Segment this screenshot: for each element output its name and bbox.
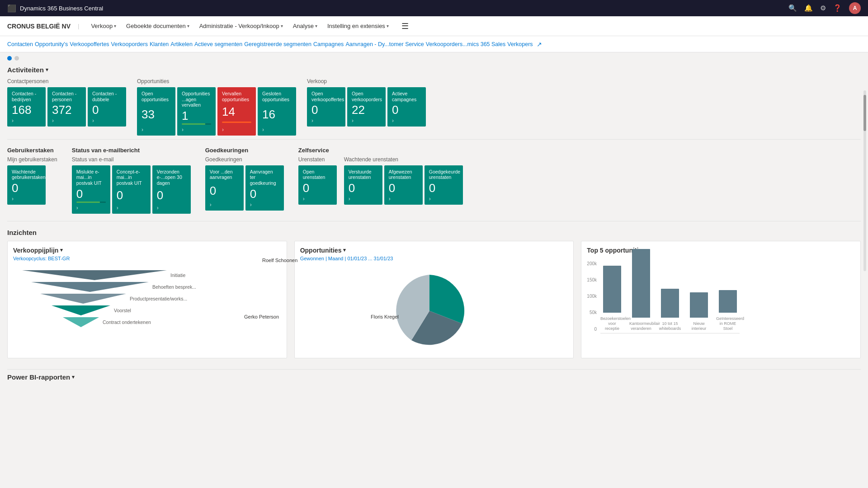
nav-item-instelling[interactable]: Instelling en extensies ▾	[323, 21, 393, 31]
top5-title: Top 5 opportunities	[587, 247, 855, 254]
pie-chart	[389, 270, 470, 352]
topbar-left: ⬛ Dynamics 365 Business Central	[7, 4, 103, 13]
bar-label-3: 10 tot 15 whiteboards	[658, 321, 682, 331]
task-group-title-zelfservice: Zelfservice	[298, 147, 463, 154]
group-label-email: Status van e-mail	[72, 156, 191, 163]
bar-col-4: Nieuw interieur	[687, 292, 711, 331]
tiles-opportunities: Open opportunities 33 › Opportunities ..…	[137, 87, 296, 136]
arrow-icon: ›	[52, 117, 81, 124]
bar-5	[719, 290, 737, 313]
bc-campagnes[interactable]: Campagnes	[313, 41, 344, 47]
tile-verstuurde-urenstaten[interactable]: Verstuurde urenstaten 0 ›	[344, 165, 382, 205]
tile-contacten-bedrijven[interactable]: Contacten - bedrijven 168 ›	[7, 87, 46, 127]
bc-verkooporders-365[interactable]: Verkooporders...mics 365 Sales	[426, 41, 505, 47]
funnel-row-1: Initiatie	[22, 270, 185, 280]
bc-actieve-segmenten[interactable]: Actieve segmenten	[194, 41, 242, 47]
avatar[interactable]: A	[849, 2, 861, 14]
scrollbar-track	[863, 90, 866, 271]
nav-item-geboekte[interactable]: Geboekte documenten ▾	[122, 21, 194, 31]
group-label-contactpersonen: Contactpersonen	[7, 78, 126, 84]
arrow-icon: ›	[389, 196, 418, 202]
tile-contacten-personen[interactable]: Contacten - personen 372 ›	[47, 87, 86, 127]
bc-aanvragen[interactable]: Aanvragen - Dy...tomer Service	[345, 41, 424, 47]
zelfservice-groups: Urenstaten Open urenstaten 0 › Wachtende…	[298, 156, 463, 205]
tile-actieve-campagnes[interactable]: Actieve campagnes 0 ›	[387, 87, 426, 127]
tile-open-verkooporders[interactable]: Open verkooporders 22 ›	[347, 87, 386, 127]
powerbi-title[interactable]: Power BI-rapporten ▾	[7, 373, 861, 381]
verkooppijplijn-title[interactable]: Verkooppijplijn ▾	[13, 247, 281, 254]
progress-bar	[182, 123, 211, 125]
scrollbar-thumb[interactable]	[863, 95, 866, 131]
funnel-row-2: Behoeften besprek...	[31, 282, 196, 292]
tile-opp-dagen-vervallen[interactable]: Opportunities ...agen vervallen 1 ›	[177, 87, 216, 136]
arrow-icon: ›	[222, 127, 251, 133]
bc-geregistreerde-segmenten[interactable]: Geregistreerde segmenten	[244, 41, 311, 47]
group-contactpersonen: Contactpersonen Contacten - bedrijven 16…	[7, 78, 126, 136]
panel-verkooppijplijn: Verkooppijplijn ▾ Verkoopcyclus: BEST-GR…	[7, 241, 287, 358]
bar-chart: 200k 150k 100k 50k 0 Bezoekerstoelen voo…	[587, 256, 855, 333]
dot-active[interactable]	[7, 56, 12, 61]
tile-open-opportunities[interactable]: Open opportunities 33 ›	[137, 87, 175, 136]
pie-label-floris: Floris Kregel	[371, 314, 399, 319]
chevron-down-icon: ▾	[46, 67, 48, 73]
funnel-label-5: Contract ondertekenen	[103, 319, 151, 325]
tile-gesloten-opp[interactable]: Gesloten opportunities 16 ›	[258, 87, 296, 136]
arrow-icon: ›	[262, 127, 292, 133]
tile-goedgekeurde-urenstaten[interactable]: Goedgekeurde urenstaten 0 ›	[425, 165, 463, 205]
pie-label-gerko: Gerko Peterson	[244, 314, 279, 319]
tile-afgewezen-urenstaten[interactable]: Afgewezen urenstaten 0 ›	[384, 165, 423, 205]
bar-col-5: Geïnteresseerd in ROME Stoel	[716, 290, 740, 331]
funnel-bar-5	[63, 317, 99, 327]
tile-contacten-dubbele[interactable]: Contacten - dubbele 0 ›	[88, 87, 126, 127]
bc-contacten[interactable]: Contacten	[7, 41, 33, 47]
burger-menu[interactable]: ☰	[398, 19, 412, 33]
inzichten-title[interactable]: Inzichten	[7, 229, 861, 236]
bc-klanten[interactable]: Klanten	[150, 41, 169, 47]
group-opportunities: Opportunities Open opportunities 33 › Op…	[137, 78, 296, 136]
bc-verkoopoffertes[interactable]: Verkoopoffertes	[70, 41, 109, 47]
tile-wachtende-taken[interactable]: Wachtende gebruikerstaken 0 ›	[7, 165, 46, 205]
tile-concept-email[interactable]: Concept-e-mai...in postvak UIT 0 ›	[112, 165, 151, 214]
arrow-icon: ›	[349, 196, 378, 202]
task-group-email: Status van e-mailbericht Status van e-ma…	[72, 147, 191, 214]
bell-icon[interactable]: 🔔	[804, 4, 813, 12]
company-name[interactable]: CRONUS BELGIË NV	[7, 23, 71, 30]
funnel-row-5: Contract ondertekenen	[63, 317, 151, 327]
opportunities-pie-subtitle[interactable]: Gewonnen | Maand | 01/01/23 ... 31/01/23	[300, 256, 568, 261]
group-label-verkoop: Verkoop	[307, 78, 426, 84]
arrow-icon: ›	[182, 127, 211, 133]
verkooppijplijn-subtitle[interactable]: Verkoopcyclus: BEST-GR	[13, 256, 281, 261]
activiteiten-title[interactable]: Activiteiten ▾	[7, 66, 861, 74]
nav-item-verkoop[interactable]: Verkoop ▾	[86, 21, 121, 31]
bc-verkopers[interactable]: Verkopers	[507, 41, 533, 47]
expand-icon[interactable]: ↗	[537, 41, 542, 48]
chevron-down-icon: ▾	[315, 23, 317, 28]
tile-open-offertes[interactable]: Open verkoopoffertes 0 ›	[307, 87, 345, 127]
tile-mislukte-email[interactable]: Mislukte e-mai...in postvak UIT 0 ›	[72, 165, 110, 214]
arrow-icon: ›	[12, 117, 41, 124]
bc-artikelen[interactable]: Artikelen	[170, 41, 193, 47]
tile-vervallen-opp[interactable]: Vervallen opportunities 14 ›	[217, 87, 256, 136]
tile-aanvragen-goedkeuring[interactable]: Aanvragen ter goedkeuring 0 ›	[245, 165, 284, 211]
arrow-icon: ›	[429, 196, 458, 202]
tiles-wachtende-urenstaten: Verstuurde urenstaten 0 › Afgewezen uren…	[344, 165, 463, 205]
search-icon[interactable]: 🔍	[788, 4, 797, 12]
dot-inactive[interactable]	[14, 56, 19, 61]
help-icon[interactable]: ❓	[833, 4, 842, 12]
opportunities-pie-title[interactable]: Opportunities ▾	[300, 247, 568, 254]
bar-1	[603, 266, 621, 313]
tile-voor-aanvragen[interactable]: Voor ...den aanvragen 0 ›	[205, 165, 244, 211]
bar-label-2: Kantoormeubilair veranderen	[629, 321, 653, 331]
tile-verzonden-email[interactable]: Verzonden e-...open 30 dagen 0 ›	[152, 165, 191, 214]
group-label-opportunities: Opportunities	[137, 78, 296, 84]
nav-item-admin[interactable]: Administratie - Verkoop/Inkoop ▾	[195, 21, 288, 31]
gear-icon[interactable]: ⚙	[820, 4, 826, 12]
chevron-down-icon: ▾	[60, 247, 63, 253]
nav-item-analyse[interactable]: Analyse ▾	[288, 21, 322, 31]
tile-open-urenstaten[interactable]: Open urenstaten 0 ›	[298, 165, 337, 205]
bc-verkooporders[interactable]: Verkooporders	[111, 41, 148, 47]
breadcrumb-bar: Contacten Opportunity's Verkoopoffertes …	[0, 36, 868, 52]
activity-container: Contactpersonen Contacten - bedrijven 16…	[7, 78, 861, 136]
funnel-label-1: Initiatie	[170, 272, 185, 278]
bc-opportunities[interactable]: Opportunity's	[35, 41, 68, 47]
